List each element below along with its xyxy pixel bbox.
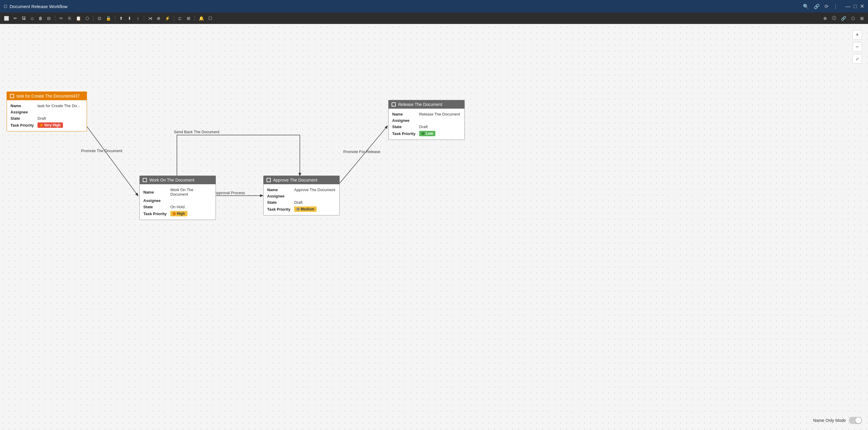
search-icon[interactable]: 🔍 — [803, 4, 809, 9]
tool-zoom-in-right[interactable]: ⊕ — [822, 15, 829, 22]
node-create-document-checkbox[interactable] — [10, 94, 14, 98]
toolbar-separator-5 — [174, 15, 174, 21]
node-create-document-name-value: task for Create The Do... — [37, 104, 80, 108]
tool-bell[interactable]: 🔔 — [197, 15, 206, 22]
tool-share[interactable]: ⚡ — [163, 15, 172, 22]
priority-label: Task Priority — [10, 123, 37, 127]
node-create-document-priority-row: Task Priority Very High — [10, 121, 83, 129]
zoom-controls: + − ⤢ — [852, 30, 862, 64]
node-work-title: Work On The Document — [149, 178, 194, 182]
node-release-body: Name Release The Document Assignee State… — [389, 109, 464, 140]
tool-select[interactable]: ⊡ — [96, 15, 103, 22]
zoom-out-button[interactable]: − — [852, 42, 862, 52]
node-work-priority-row: Task Priority High — [143, 210, 212, 217]
tool-clear[interactable]: ◇ — [29, 15, 36, 22]
node-release-checkbox[interactable] — [392, 102, 396, 107]
tool-export[interactable]: ⊏ — [177, 15, 184, 22]
node-create-document-name-row: Name task for Create The Do... — [10, 103, 83, 109]
work-state-label: State — [143, 205, 170, 209]
title-bar-left: ⬡ Document Release Workflow — [4, 4, 67, 9]
node-approve-name-row: Name Approve The Document — [267, 187, 336, 193]
maximize-button[interactable]: □ — [854, 3, 857, 9]
node-approve-body: Name Approve The Document Assignee State… — [264, 184, 339, 215]
node-approve-document[interactable]: Approve The Document Name Approve The Do… — [263, 175, 340, 216]
node-work-checkbox[interactable] — [143, 178, 147, 182]
tool-delete[interactable]: 🗑 — [37, 15, 44, 22]
release-assignee-label: Assignee — [392, 118, 419, 123]
node-create-document-state-row: State Draft — [10, 115, 83, 121]
work-priority-text: High — [177, 211, 185, 216]
more-icon[interactable]: ⋮ — [833, 4, 838, 9]
node-approve-name-value: Approve The Document — [294, 188, 335, 192]
node-create-document-body: Name task for Create The Do... Assignee … — [7, 100, 87, 131]
tool-copy[interactable]: ⎘ — [66, 15, 73, 22]
priority-dot — [40, 124, 43, 126]
node-work-state-value: On Hold — [170, 205, 185, 209]
approve-priority-label: Task Priority — [267, 207, 294, 211]
toolbar-separator-6 — [194, 15, 195, 21]
tool-add[interactable]: ⊕ — [155, 15, 162, 22]
tool-cut[interactable]: ✂ — [58, 15, 65, 22]
label-promote-for-release: Promote For Release — [343, 149, 380, 154]
name-label: Name — [10, 104, 37, 108]
toolbar-separator-2 — [93, 15, 94, 21]
zoom-in-button[interactable]: + — [852, 30, 862, 39]
node-work-on-document-header: Work On The Document — [140, 176, 216, 184]
label-promote-document: Promote The Document — [81, 148, 122, 153]
node-work-priority-badge: High — [170, 211, 187, 217]
name-only-mode-control: Name Only Mode — [813, 417, 862, 424]
tool-copy-style[interactable]: ⊟ — [45, 15, 53, 22]
window-controls: — □ ✕ — [845, 3, 864, 9]
approve-name-label: Name — [267, 188, 294, 192]
app-icon: ⬡ — [4, 4, 7, 9]
node-create-document[interactable]: task for Create The Document437 Name tas… — [7, 91, 87, 132]
close-button[interactable]: ✕ — [860, 3, 864, 9]
node-release-document[interactable]: Release The Document Name Release The Do… — [388, 100, 465, 140]
node-approve-title: Approve The Document — [273, 178, 317, 182]
tool-note[interactable]: ☐ — [207, 15, 214, 22]
state-label: State — [10, 116, 37, 121]
tool-info[interactable]: ⓘ — [831, 15, 838, 22]
refresh-icon[interactable]: ⟳ — [825, 4, 829, 9]
node-approve-header: Approve The Document — [264, 176, 339, 184]
name-only-mode-toggle[interactable] — [849, 417, 862, 424]
node-work-name-row: Name Work On The Document — [143, 187, 212, 197]
tool-connect[interactable]: ⋊ — [147, 15, 154, 22]
node-work-assignee-row: Assignee — [143, 197, 212, 204]
tool-view[interactable]: ⊞ — [185, 15, 192, 22]
svg-line-0 — [86, 124, 138, 196]
release-priority-dot — [422, 132, 425, 135]
tool-paste[interactable]: 📋 — [74, 15, 83, 22]
toggle-knob — [856, 418, 861, 423]
node-work-state-row: State On Hold — [143, 204, 212, 210]
node-approve-checkbox[interactable] — [267, 178, 271, 182]
node-work-on-document[interactable]: Work On The Document Name Work On The Do… — [140, 175, 216, 220]
tool-lock[interactable]: 🔒 — [104, 15, 113, 22]
svg-line-2 — [337, 126, 388, 186]
tool-edit[interactable]: ✏ — [12, 15, 19, 22]
work-priority-label: Task Priority — [143, 211, 170, 216]
work-assignee-label: Assignee — [143, 198, 170, 203]
node-approve-priority-row: Task Priority Medium — [267, 205, 336, 213]
name-only-mode-label: Name Only Mode — [813, 418, 846, 423]
approve-priority-text: Medium — [301, 207, 314, 211]
tool-align-up[interactable]: ⬆ — [118, 15, 125, 22]
work-name-label: Name — [143, 190, 170, 195]
tool-share-right[interactable]: ⬡ — [849, 15, 857, 22]
tool-align-center[interactable]: ↕ — [134, 15, 142, 22]
node-release-name-value: Release The Document — [419, 112, 460, 116]
workflow-canvas[interactable]: Promote The Document Approval Process Se… — [0, 24, 868, 430]
fit-screen-button[interactable]: ⤢ — [852, 54, 862, 64]
arrows-overlay — [0, 24, 868, 430]
minimize-button[interactable]: — — [845, 3, 850, 9]
tool-align-down[interactable]: ⬇ — [126, 15, 133, 22]
tool-duplicate[interactable]: ⬡ — [84, 15, 91, 22]
link-icon[interactable]: 🔗 — [814, 4, 820, 9]
tool-new-page[interactable]: ⬜ — [2, 15, 10, 22]
approve-assignee-label: Assignee — [267, 194, 294, 198]
toolbar-right: ⊕ ⓘ 🔗 ⬡ ⊞ — [822, 15, 866, 22]
tool-save[interactable]: 🖫 — [20, 15, 27, 22]
tool-layout[interactable]: ⊞ — [859, 15, 866, 22]
tool-link-right[interactable]: 🔗 — [839, 15, 847, 22]
toolbar-separator-4 — [144, 15, 144, 21]
